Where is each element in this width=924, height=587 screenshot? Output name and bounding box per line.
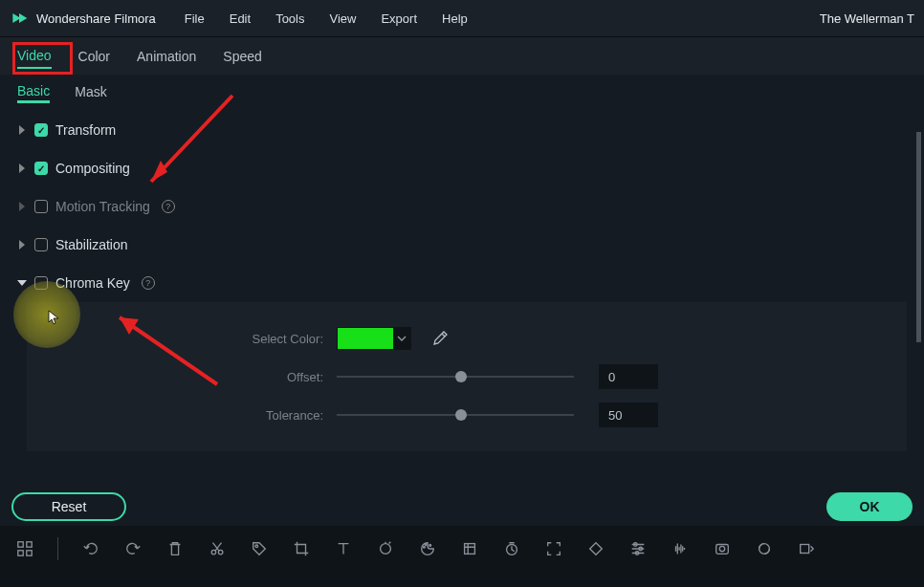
checkbox-transform[interactable] (34, 123, 48, 137)
tab-basic[interactable]: Basic (17, 83, 50, 103)
sliders-icon[interactable] (628, 539, 648, 558)
menu-edit[interactable]: Edit (230, 11, 251, 26)
waveform-icon[interactable] (671, 539, 690, 558)
spin-icon[interactable] (755, 539, 774, 558)
offset-row: Offset: 0 (46, 358, 888, 396)
section-label: Stabilization (55, 237, 128, 252)
ok-button[interactable]: OK (826, 492, 913, 521)
menu-tools[interactable]: Tools (275, 11, 304, 26)
tab-color[interactable]: Color (78, 45, 110, 68)
expand-icon[interactable] (17, 280, 27, 286)
section-motion-tracking[interactable]: Motion Tracking ? (0, 187, 924, 226)
checkbox-compositing[interactable] (34, 162, 48, 175)
grid-icon[interactable] (15, 539, 34, 558)
eyedropper-icon[interactable] (432, 331, 448, 346)
tag-icon[interactable] (250, 539, 269, 558)
tab-video[interactable]: Video (17, 44, 52, 69)
checkbox-stabilization[interactable] (34, 238, 48, 251)
checkbox-chroma-key[interactable] (34, 276, 48, 290)
svg-point-11 (381, 544, 391, 554)
primary-tabbar: Video Color Animation Speed (0, 36, 924, 75)
help-icon[interactable]: ? (142, 276, 155, 290)
svg-point-12 (424, 546, 426, 548)
menubar: File Edit Tools View Export Help (185, 11, 468, 26)
svg-point-14 (429, 545, 431, 547)
offset-value[interactable]: 0 (599, 364, 658, 389)
offset-slider[interactable] (337, 376, 574, 378)
timer-icon[interactable] (502, 539, 521, 558)
text-icon[interactable] (334, 539, 353, 558)
svg-rect-15 (465, 544, 475, 554)
redo-icon[interactable] (123, 539, 143, 558)
tolerance-value[interactable]: 50 (599, 402, 658, 427)
titlebar: Wondershare Filmora File Edit Tools View… (0, 0, 924, 36)
separator (57, 537, 58, 560)
color-swatch (338, 328, 393, 349)
rotate-icon[interactable] (376, 539, 395, 558)
slider-thumb[interactable] (455, 371, 467, 382)
properties-panel: Transform Compositing Motion Tracking ? … (0, 111, 924, 488)
tab-mask[interactable]: Mask (75, 84, 106, 101)
menu-export[interactable]: Export (381, 11, 417, 26)
expand-icon[interactable] (19, 125, 25, 135)
secondary-tabbar: Basic Mask (0, 75, 924, 111)
svg-rect-5 (27, 542, 32, 547)
select-color-label: Select Color: (46, 332, 323, 346)
dock-icon[interactable] (797, 539, 816, 558)
offset-label: Offset: (46, 370, 323, 384)
section-transform[interactable]: Transform (0, 111, 924, 149)
section-label: Compositing (55, 161, 130, 176)
chevron-down-icon (393, 336, 410, 341)
chroma-key-panel: Select Color: Offset: 0 Tolerance: 50 (27, 302, 907, 451)
section-label: Chroma Key (55, 275, 130, 291)
svg-point-10 (255, 545, 258, 548)
svg-rect-23 (801, 545, 809, 554)
slider-thumb[interactable] (455, 409, 467, 421)
section-stabilization[interactable]: Stabilization (0, 226, 924, 264)
crop-icon[interactable] (292, 539, 311, 558)
keyframe-icon[interactable] (586, 539, 605, 558)
capture-icon[interactable] (713, 539, 732, 558)
app-logo-area: Wondershare Filmora (10, 9, 185, 28)
help-icon[interactable]: ? (162, 200, 175, 213)
svg-point-8 (211, 550, 216, 554)
menu-file[interactable]: File (185, 11, 205, 26)
svg-point-21 (719, 546, 724, 551)
menu-view[interactable]: View (329, 11, 356, 26)
section-compositing[interactable]: Compositing (0, 149, 924, 187)
tab-animation[interactable]: Animation (137, 45, 196, 68)
tab-speed[interactable]: Speed (223, 45, 261, 68)
freeze-icon[interactable] (460, 539, 479, 558)
svg-rect-6 (18, 551, 23, 555)
select-color-row: Select Color: (46, 319, 888, 358)
palette-icon[interactable] (418, 539, 437, 558)
color-dropdown[interactable] (337, 327, 411, 350)
project-title: The Wellerman T (820, 11, 914, 26)
cut-icon[interactable] (208, 539, 227, 558)
timeline-toolbar (0, 526, 924, 572)
svg-point-13 (425, 544, 427, 546)
section-chroma-key[interactable]: Chroma Key ? (0, 264, 924, 302)
expand-icon[interactable] (19, 163, 25, 173)
expand-icon[interactable] (19, 240, 25, 250)
svg-rect-4 (18, 542, 23, 547)
footer-bar: Reset OK (0, 488, 924, 526)
undo-icon[interactable] (81, 539, 100, 558)
app-name: Wondershare Filmora (36, 11, 156, 26)
menu-help[interactable]: Help (442, 11, 468, 26)
svg-point-9 (218, 550, 223, 554)
reset-button[interactable]: Reset (11, 492, 126, 521)
app-logo-icon (10, 9, 29, 28)
delete-icon[interactable] (165, 539, 185, 558)
tolerance-label: Tolerance: (46, 408, 323, 423)
tolerance-slider[interactable] (337, 414, 574, 416)
fit-icon[interactable] (544, 539, 563, 558)
tolerance-row: Tolerance: 50 (46, 396, 888, 434)
checkbox-motion-tracking[interactable] (34, 200, 48, 213)
scrollbar[interactable] (916, 132, 921, 342)
expand-icon[interactable] (19, 202, 25, 211)
section-label: Transform (55, 122, 116, 138)
section-label: Motion Tracking (55, 199, 150, 214)
svg-rect-7 (27, 551, 32, 555)
